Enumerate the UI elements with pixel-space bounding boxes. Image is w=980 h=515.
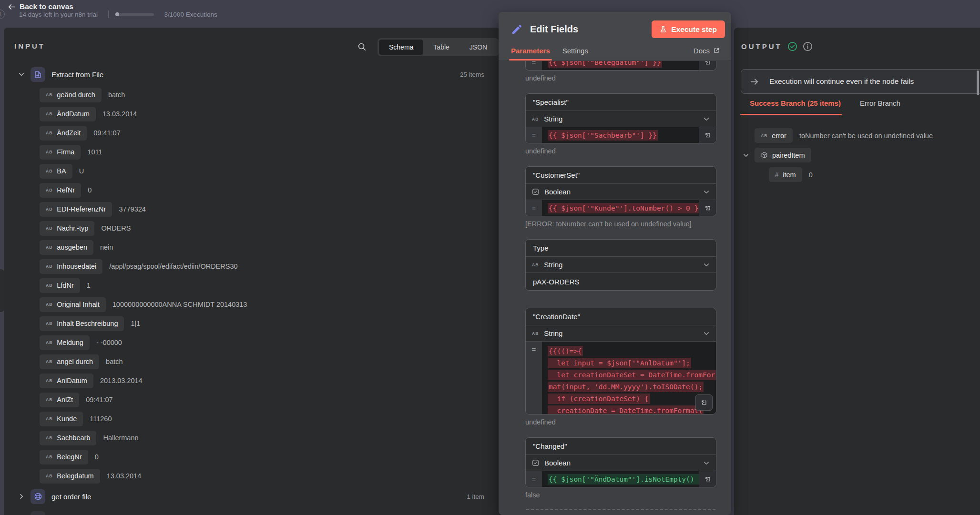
scrollbar-thumb[interactable] — [977, 71, 979, 95]
search-icon[interactable] — [357, 42, 366, 51]
field-name-pill[interactable]: ABBelegNr — [40, 450, 88, 465]
chevron-right-icon[interactable] — [18, 493, 26, 500]
field-name-pill[interactable]: ABInhalt Beschreibung — [40, 316, 124, 331]
string-type-icon: AB — [46, 92, 52, 97]
continue-on-fail-banner: Execution will continue even if the node… — [741, 69, 980, 94]
expression-input[interactable]: ={{ $json['"Belegdatum"'] }} — [526, 61, 716, 70]
param-type-select[interactable]: ABString — [526, 325, 716, 342]
field-name-pill[interactable]: ABÄndDatum — [40, 107, 96, 121]
field-name-pill[interactable]: ABAnlDatum — [40, 374, 93, 388]
schema-field-row[interactable]: ABBAU — [4, 162, 515, 181]
schema-field-row[interactable]: ABLfdNr1 — [4, 276, 515, 295]
back-to-canvas-button[interactable]: Back to canvas — [8, 2, 73, 11]
schema-field-row[interactable]: ABInhousedatei/appl/psag/spool/edifact/e… — [4, 257, 515, 276]
param-name-input[interactable]: "CreationDate" — [526, 308, 716, 325]
info-circle-icon[interactable] — [803, 41, 813, 51]
param-name-input[interactable]: "Specialist" — [526, 94, 716, 111]
schema-field-row[interactable]: ABausgebennein — [4, 238, 515, 257]
schema-field-row[interactable]: ABÄndDatum13.03.2014 — [4, 104, 515, 123]
field-name-pill[interactable]: ABOriginal Inhalt — [40, 297, 106, 312]
field-name-pill[interactable]: ABNachr.-typ — [40, 221, 94, 236]
schema-field-row[interactable]: ABgeänd durchbatch — [4, 85, 515, 104]
output-field-row[interactable]: ABerrortoNumber can't be used on undefin… — [734, 126, 980, 145]
field-name: AnlDatum — [57, 377, 87, 384]
param-name-input[interactable]: "Changed" — [526, 438, 716, 454]
param-block: TypeABStringpAX-ORDERS — [525, 239, 716, 291]
field-name-pill[interactable]: ABRefNr — [40, 183, 81, 198]
output-field-row[interactable]: #item0 — [734, 165, 980, 184]
param-result-text: [ERROR: toNumber can't be used on undefi… — [525, 220, 716, 228]
schema-node[interactable]: get order file1 item — [4, 485, 515, 507]
field-name-pill[interactable]: ABgeänd durch — [40, 88, 102, 102]
expression-input[interactable]: ={{ $json['"Kunde"'].toNumber() > 0 }} — [526, 200, 716, 216]
schema-field-row[interactable]: ABBelegNr0 — [4, 447, 515, 466]
schema-field-row[interactable]: ABAnlDatum2013.03.2014 — [4, 371, 515, 390]
param-type-select[interactable]: Boolean — [526, 454, 716, 471]
expand-expression-icon[interactable] — [699, 471, 716, 487]
param-type-select[interactable]: ABString — [526, 256, 716, 273]
expression-input[interactable]: ={{ $json['"Sachbearb"'] }} — [526, 127, 716, 143]
expression-input-multiline[interactable]: ={{(()=>{ let input = $json['"AnlDatum"'… — [526, 342, 716, 414]
expand-expression-icon[interactable] — [699, 200, 716, 216]
chevron-down-icon[interactable] — [18, 71, 26, 78]
string-type-icon: AB — [46, 302, 52, 307]
expand-expression-icon[interactable] — [695, 394, 713, 411]
field-name-pill[interactable]: ABBelegdatum — [40, 469, 100, 484]
execute-step-button[interactable]: Execute step — [652, 20, 725, 38]
schema-field-row[interactable]: ABBelegdatum13.03.2014 — [4, 466, 515, 485]
view-tab-json[interactable]: JSON — [459, 40, 497, 55]
schema-field-row[interactable]: ABangel durchbatch — [4, 352, 515, 371]
field-name-pill[interactable]: ABAnlZt — [40, 393, 79, 407]
param-name-input[interactable]: Type — [526, 240, 716, 256]
schema-field-row[interactable]: ABOriginal Inhalt1000000000000ANNA SCHMI… — [4, 295, 515, 314]
schema-field-row[interactable]: ABÄndZeit09:41:07 — [4, 123, 515, 142]
field-name-pill[interactable]: ABMeldung — [40, 335, 90, 350]
expand-expression-icon[interactable] — [699, 61, 716, 70]
param-name-input[interactable]: "CustomerSet" — [526, 167, 716, 183]
field-name-pill[interactable]: ABLfdNr — [40, 278, 80, 293]
field-name-pill[interactable]: ABEDI-ReferenzNr — [40, 202, 112, 217]
schema-field-row[interactable]: ABFirma1011 — [4, 142, 515, 162]
param-value-input[interactable]: pAX-ORDERS — [526, 273, 716, 290]
node-settings-header: Edit Fields Execute step ParametersSetti… — [499, 12, 731, 61]
field-name-pill[interactable]: ABSachbearb — [40, 431, 96, 445]
schema-field-row[interactable]: ABRefNr0 — [4, 181, 515, 200]
field-name-pill[interactable]: ABerror — [755, 128, 793, 143]
view-tab-schema[interactable]: Schema — [379, 40, 423, 55]
field-name-pill[interactable]: ABÄndZeit — [40, 126, 87, 141]
field-name-pill[interactable]: ABFirma — [40, 145, 81, 160]
output-field-row[interactable]: pairedItem — [734, 145, 980, 165]
field-name-pill[interactable]: ABBA — [40, 164, 72, 179]
execute-step-label: Execute step — [671, 25, 717, 34]
schema-node[interactable]: Extract from File25 items — [4, 63, 515, 85]
schema-field-row[interactable]: ABAnlZt09:41:07 — [4, 390, 515, 409]
param-type-select[interactable]: ABString — [526, 111, 716, 127]
view-tab-table[interactable]: Table — [423, 40, 459, 55]
tab-success-branch-25-items-[interactable]: Success Branch (25 items) — [750, 99, 841, 115]
schema-field-row[interactable]: ABSachbearbHallermann — [4, 428, 515, 447]
field-name-pill[interactable]: pairedItem — [755, 148, 811, 162]
schema-field-row[interactable]: ABInhalt Beschreibung1|1 — [4, 314, 515, 333]
field-name-pill[interactable]: #item — [769, 167, 802, 182]
node-title[interactable]: Edit Fields — [530, 24, 578, 35]
docs-link[interactable]: Docs — [694, 47, 720, 55]
schema-field-row[interactable]: ABEDI-ReferenzNr3779324 — [4, 200, 515, 219]
schema-field-row[interactable]: ABKunde111260 — [4, 409, 515, 428]
tab-parameters[interactable]: Parameters — [511, 40, 550, 61]
schema-field-row[interactable]: ABMeldung- -00000 — [4, 333, 515, 352]
expression-input[interactable]: ={{ $json['"ÄndDatum"'].isNotEmpty() }} — [526, 471, 716, 487]
tab-error-branch[interactable]: Error Branch — [860, 99, 900, 115]
string-type-icon: AB — [46, 340, 52, 345]
schema-field-row[interactable]: ABNachr.-typORDERS — [4, 219, 515, 238]
param-type-select[interactable]: Boolean — [526, 183, 716, 200]
field-name-pill[interactable]: ABInhousedatei — [40, 259, 102, 274]
node-label: Extract from File — [51, 71, 103, 79]
field-name-pill[interactable]: ABKunde — [40, 412, 83, 426]
field-name-pill[interactable]: ABangel durch — [40, 354, 99, 369]
field-value: Hallermann — [103, 434, 138, 442]
param-type-label: String — [544, 261, 562, 269]
tab-settings[interactable]: Settings — [562, 40, 588, 61]
field-name-pill[interactable]: ABausgeben — [40, 240, 93, 255]
chevron-down-icon[interactable] — [743, 152, 749, 159]
expand-expression-icon[interactable] — [699, 127, 716, 143]
